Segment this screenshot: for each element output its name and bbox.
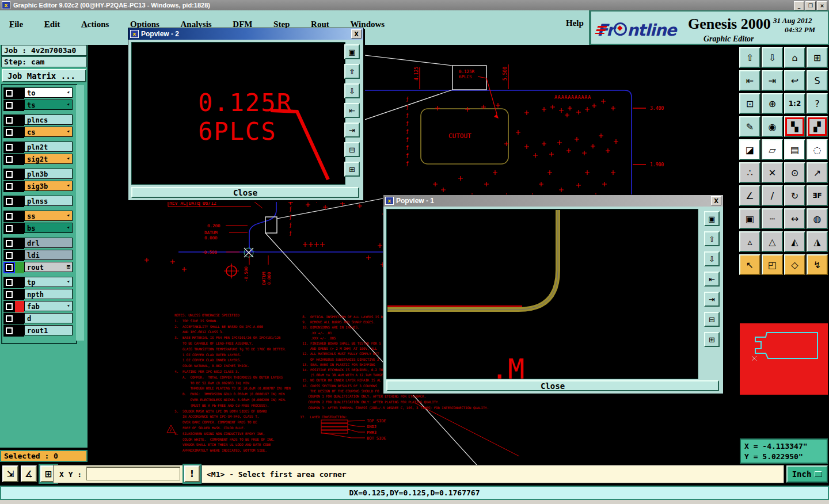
layer-row-drl[interactable]: drl xyxy=(3,238,73,249)
pan-mode-button[interactable]: ⊞ xyxy=(704,332,720,347)
split-window-button[interactable]: ⊞ xyxy=(807,47,828,68)
layer-row-tp[interactable]: tp➤ xyxy=(3,277,73,288)
layer-visibility-checkbox[interactable] xyxy=(3,313,15,324)
layer-list-scrollbar[interactable] xyxy=(76,85,84,341)
zoom-fit-button[interactable]: ⊟ xyxy=(344,142,360,157)
shift-left-button[interactable]: ⇤ xyxy=(704,272,720,287)
layer-visibility-checkbox[interactable] xyxy=(3,142,15,153)
layer-row-pln3b[interactable]: pln3b xyxy=(3,169,73,180)
layer-visibility-checkbox[interactable] xyxy=(3,87,15,99)
layer-row-rout[interactable]: rout⊞ xyxy=(3,262,73,273)
layer-row-sig2t[interactable]: sig2t➤ xyxy=(3,154,73,165)
popview-1-titlebar[interactable]: x Popview - 1 X xyxy=(383,195,723,207)
layer-row-ldi[interactable]: ldi xyxy=(3,250,73,261)
triangle-small-button[interactable]: ▵ xyxy=(739,231,760,252)
select-net-button[interactable]: ↯ xyxy=(807,254,828,275)
dimension-button[interactable]: ↔ xyxy=(784,208,805,229)
zoom-fit-button[interactable]: ⊟ xyxy=(704,312,720,327)
mirror-button[interactable]: ƎF xyxy=(807,185,828,206)
layer-visibility-checkbox[interactable] xyxy=(3,196,15,207)
shift-right-button[interactable]: ⇥ xyxy=(704,292,720,307)
menu-help[interactable]: Help xyxy=(566,18,584,28)
line-draw-button[interactable]: / xyxy=(762,185,783,206)
shift-right-button[interactable]: ⇥ xyxy=(344,123,360,138)
popview-2-close-icon[interactable]: X xyxy=(351,29,362,39)
angle-measure-button[interactable]: ∠ xyxy=(739,185,760,206)
layer-row-d[interactable]: d xyxy=(3,313,73,324)
dashed-circle-button[interactable]: ◌ xyxy=(807,139,828,160)
pan-mode-button[interactable]: ⊞ xyxy=(344,162,360,177)
popview-2-canvas[interactable]: 0.125R 6PLCS xyxy=(131,42,345,185)
layer-compare-button[interactable]: ▚ xyxy=(784,116,805,137)
layer-row-pln2t[interactable]: pln2t xyxy=(3,142,73,153)
layer-row-fab[interactable]: fab➤ xyxy=(3,301,73,312)
grow-dot-button[interactable]: ⊙ xyxy=(784,162,805,183)
center-view-button[interactable]: ⊕ xyxy=(762,93,783,114)
triangle-tall-button[interactable]: ◭ xyxy=(784,231,805,252)
popview-1-canvas[interactable]: .M xyxy=(386,209,698,379)
origin-snap-button[interactable]: ◉ xyxy=(762,116,783,137)
layer-visibility-checkbox[interactable] xyxy=(3,114,15,126)
transform-shape-button[interactable]: ▱ xyxy=(762,139,783,160)
move-dot-button[interactable]: ↗ xyxy=(807,162,828,183)
angle-mode-button[interactable]: ∡ xyxy=(21,465,37,482)
layer-visibility-checkbox[interactable] xyxy=(3,223,15,234)
pointer-mode-button[interactable]: ⇲ xyxy=(2,465,18,482)
layer-visibility-checkbox[interactable] xyxy=(3,289,15,300)
layer-visibility-checkbox[interactable] xyxy=(3,181,15,192)
command-bang-button[interactable]: ! xyxy=(184,465,200,482)
shift-left-button[interactable]: ⇤ xyxy=(344,103,360,118)
layer-row-rout1[interactable]: rout1 xyxy=(3,325,73,337)
layer-visibility-checkbox[interactable] xyxy=(3,169,15,180)
close-button[interactable]: × xyxy=(817,1,827,10)
pan-left-button[interactable]: ⇤ xyxy=(739,70,760,91)
layer-visibility-checkbox[interactable] xyxy=(3,100,15,111)
job-matrix-button[interactable]: Job Matrix ... xyxy=(2,69,86,82)
triangle-peak-button[interactable]: △ xyxy=(762,231,783,252)
dashed-line-button[interactable]: ┄ xyxy=(762,208,783,229)
home-view-button[interactable]: ⌂ xyxy=(784,47,805,68)
triangle-wide-button[interactable]: ◮ xyxy=(807,231,828,252)
copy-select-button[interactable]: ◪ xyxy=(739,139,760,160)
menu-file[interactable]: File xyxy=(9,20,23,29)
board-overview-preview[interactable] xyxy=(740,323,828,395)
layer-visibility-checkbox[interactable] xyxy=(3,301,15,312)
layer-row-plnss[interactable]: plnss xyxy=(3,196,73,207)
maximize-button[interactable]: ❐ xyxy=(805,1,816,10)
select-arrow-button[interactable]: ↖ xyxy=(739,254,760,275)
minimize-button[interactable]: _ xyxy=(794,1,804,10)
shift-down-button[interactable]: ⇩ xyxy=(344,83,360,98)
menu-edit[interactable]: Edit xyxy=(44,20,60,29)
menu-actions[interactable]: Actions xyxy=(81,20,109,29)
shift-up-button[interactable]: ⇧ xyxy=(344,64,360,79)
layer-visibility-checkbox[interactable] xyxy=(3,238,15,249)
layer-visibility-checkbox[interactable] xyxy=(3,325,15,337)
s-route-button[interactable]: S xyxy=(807,70,828,91)
popview-2-titlebar[interactable]: x Popview - 2 X xyxy=(128,28,363,40)
layer-row-ss[interactable]: ss➤ xyxy=(3,211,73,222)
paste-down-button[interactable]: ⇩ xyxy=(762,47,783,68)
layer-toggle-button[interactable]: ▞ xyxy=(807,116,828,137)
layer-visibility-checkbox[interactable] xyxy=(3,154,15,165)
chain-select-button[interactable]: ∴ xyxy=(739,162,760,183)
paste-up-button[interactable]: ⇧ xyxy=(739,47,760,68)
layer-row-sig3b[interactable]: sig3b➤ xyxy=(3,181,73,192)
pad-copy-button[interactable]: ▣ xyxy=(739,208,760,229)
delete-entity-button[interactable]: ✕ xyxy=(762,162,783,183)
shift-up-button[interactable]: ⇧ xyxy=(704,231,720,246)
layer-visibility-checkbox[interactable] xyxy=(3,211,15,222)
help-button[interactable]: ? xyxy=(807,93,828,114)
zoom-fit-button[interactable]: ⊡ xyxy=(739,93,760,114)
app-icon[interactable]: x xyxy=(2,1,10,9)
xy-coordinate-input[interactable] xyxy=(86,467,180,480)
zoom-ratio-button[interactable]: 1:2 xyxy=(784,93,805,114)
merge-circles-button[interactable]: ◍ xyxy=(807,208,828,229)
layer-visibility-checkbox[interactable] xyxy=(3,262,15,273)
layer-visibility-checkbox[interactable] xyxy=(3,250,15,261)
measure-ruler-button[interactable]: ▤ xyxy=(784,139,805,160)
popview-1-close-icon[interactable]: X xyxy=(711,196,721,205)
layer-row-cs[interactable]: cs➤ xyxy=(3,127,73,138)
select-rect-button[interactable]: ◰ xyxy=(762,254,783,275)
pan-right-button[interactable]: ⇥ xyxy=(762,70,783,91)
popview-2-close-button[interactable]: Close xyxy=(131,187,359,198)
